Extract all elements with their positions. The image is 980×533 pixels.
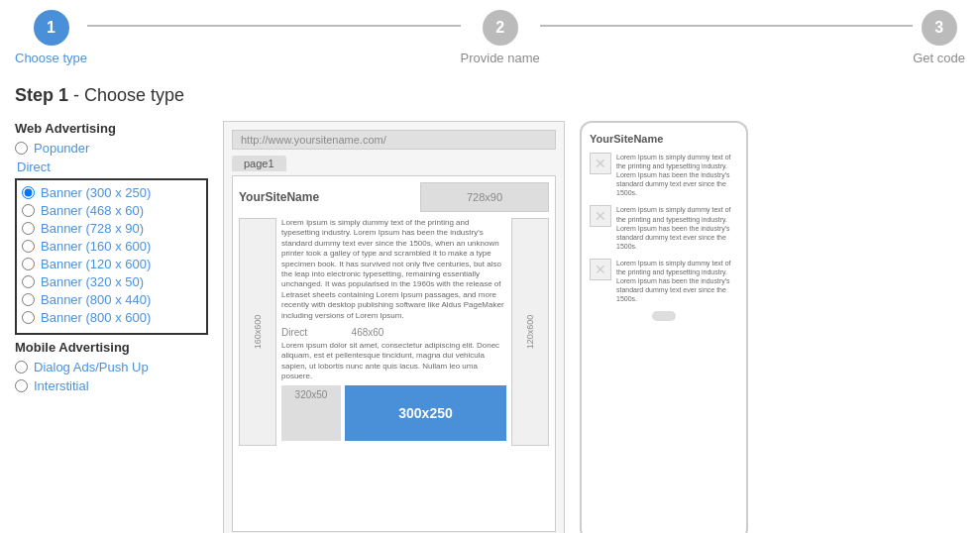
x-mark-1: ✕: [595, 156, 606, 171]
mobile-site-name: YourSiteName: [590, 133, 738, 145]
banner-300-link[interactable]: Banner (300 x 250): [41, 185, 151, 200]
mobile-ad-icon-1: ✕: [590, 153, 611, 174]
banner-120-option[interactable]: Banner (120 x 600): [22, 257, 206, 271]
direct-label: Direct: [15, 160, 208, 174]
banner-320-link[interactable]: Banner (320 x 50): [41, 274, 144, 289]
content-row: 160x600 Lorem Ipsum is simply dummy text…: [239, 218, 549, 446]
step-1: 1 Choose type: [15, 10, 87, 65]
step-2-label: Provide name: [461, 51, 540, 65]
banner-800-440-option[interactable]: Banner (800 x 440): [22, 292, 206, 307]
banner-728-preview: 728x90: [420, 182, 549, 212]
step-1-circle: 1: [34, 10, 69, 46]
popunder-option[interactable]: Popunder: [15, 141, 208, 156]
mobile-ad-item-2: ✕ Lorem Ipsum is simply dummy text of th…: [590, 205, 738, 250]
banner-160-radio[interactable]: [22, 240, 35, 253]
step-2: 2 Provide name: [461, 10, 540, 65]
mobile-ad-text-1: Lorem Ipsum is simply dummy text of the …: [616, 153, 738, 197]
stepper: 1 Choose type 2 Provide name 3 Get code: [15, 10, 965, 65]
banner-800-440-radio[interactable]: [22, 293, 35, 306]
banner-120-link[interactable]: Banner (120 x 600): [41, 257, 151, 271]
lorem-text-1: Lorem Ipsum is simply dummy text of the …: [281, 218, 506, 321]
banner-300-radio[interactable]: [22, 186, 35, 199]
dialog-ads-link[interactable]: Dialog Ads/Push Up: [34, 360, 149, 374]
interstitial-radio[interactable]: [15, 379, 28, 392]
web-advertising-title: Web Advertising: [15, 121, 208, 136]
desktop-preview: http://www.yoursitename.com/ page1 YourS…: [223, 121, 565, 533]
mobile-preview: YourSiteName ✕ Lorem Ipsum is simply dum…: [580, 121, 748, 533]
banner-728-link[interactable]: Banner (728 x 90): [41, 221, 144, 236]
site-name-label: YourSiteName: [239, 190, 319, 204]
direct-link[interactable]: Direct: [17, 160, 51, 174]
browser-url-bar: http://www.yoursitename.com/: [232, 130, 556, 150]
popunder-link[interactable]: Popunder: [34, 141, 89, 156]
banner-320-radio[interactable]: [22, 275, 35, 288]
banner-options-box: Banner (300 x 250) Banner (468 x 60) Ban…: [15, 178, 208, 335]
browser-tab: page1: [232, 156, 286, 171]
banner-300-option[interactable]: Banner (300 x 250): [22, 185, 206, 200]
banner-800-600-option[interactable]: Banner (800 x 600): [22, 310, 206, 325]
step-2-circle: 2: [483, 10, 518, 46]
page-content: YourSiteName 728x90 160x600 Lorem Ipsum …: [232, 175, 556, 532]
bottom-banners: 320x50 300x250: [281, 385, 506, 441]
banner-728-radio[interactable]: [22, 222, 35, 235]
banner-800-600-radio[interactable]: [22, 311, 35, 324]
banner-160-link[interactable]: Banner (160 x 600): [41, 239, 151, 254]
dialog-ads-option[interactable]: Dialog Ads/Push Up: [15, 360, 208, 374]
interstitial-link[interactable]: Interstitial: [34, 378, 89, 393]
banner-800-440-link[interactable]: Banner (800 x 440): [41, 292, 151, 307]
dialog-ads-radio[interactable]: [15, 361, 28, 373]
step-1-label: Choose type: [15, 51, 87, 65]
lorem-text-2: Lorem ipsum dolor sit amet, consectetur …: [281, 341, 506, 382]
right-banner-label: 120x600: [525, 315, 535, 350]
step-3-label: Get code: [913, 51, 965, 65]
interstitial-option[interactable]: Interstitial: [15, 378, 208, 393]
mobile-ad-item-1: ✕ Lorem Ipsum is simply dummy text of th…: [590, 153, 738, 197]
x-mark-2: ✕: [595, 208, 606, 224]
left-banner-label: 160x600: [253, 315, 263, 350]
left-panel: Web Advertising Popunder Direct Banner (…: [15, 121, 208, 533]
right-banner-120: 120x600: [511, 218, 549, 446]
site-name-bar: YourSiteName 728x90: [239, 182, 549, 212]
direct-preview-label: Direct 468x60: [281, 327, 506, 338]
popunder-radio[interactable]: [15, 142, 28, 155]
mobile-button: [652, 311, 676, 321]
banner-120-radio[interactable]: [22, 258, 35, 270]
mobile-ad-text-3: Lorem Ipsum is simply dummy text of the …: [616, 259, 738, 303]
x-mark-3: ✕: [595, 262, 606, 277]
mobile-ad-item-3: ✕ Lorem Ipsum is simply dummy text of th…: [590, 259, 738, 303]
mobile-ad-icon-2: ✕: [590, 205, 611, 227]
stepper-line-2: [540, 25, 914, 27]
main-layout: Web Advertising Popunder Direct Banner (…: [15, 121, 965, 533]
banner-320-option[interactable]: Banner (320 x 50): [22, 274, 206, 289]
mobile-advertising-title: Mobile Advertising: [15, 340, 208, 355]
banner-160-option[interactable]: Banner (160 x 600): [22, 239, 206, 254]
banner-800-600-link[interactable]: Banner (800 x 600): [41, 310, 151, 325]
mobile-ad-icon-3: ✕: [590, 259, 611, 280]
banner-728-option[interactable]: Banner (728 x 90): [22, 221, 206, 236]
stepper-line-1: [87, 25, 461, 27]
banner-468-link[interactable]: Banner (468 x 60): [41, 203, 144, 218]
step-3: 3 Get code: [913, 10, 965, 65]
tab-bar: page1: [232, 156, 556, 171]
banner-320-preview: 320x50: [281, 385, 341, 441]
preview-area: http://www.yoursitename.com/ page1 YourS…: [223, 121, 965, 533]
page-title: Step 1 - Choose type: [15, 85, 965, 106]
center-content: Lorem Ipsum is simply dummy text of the …: [281, 218, 506, 446]
left-banner-160: 160x600: [239, 218, 276, 446]
banner-468-radio[interactable]: [22, 204, 35, 217]
banner-300-preview: 300x250: [345, 385, 506, 441]
step-3-circle: 3: [922, 10, 957, 46]
banner-468-option[interactable]: Banner (468 x 60): [22, 203, 206, 218]
mobile-ad-text-2: Lorem Ipsum is simply dummy text of the …: [616, 205, 738, 250]
